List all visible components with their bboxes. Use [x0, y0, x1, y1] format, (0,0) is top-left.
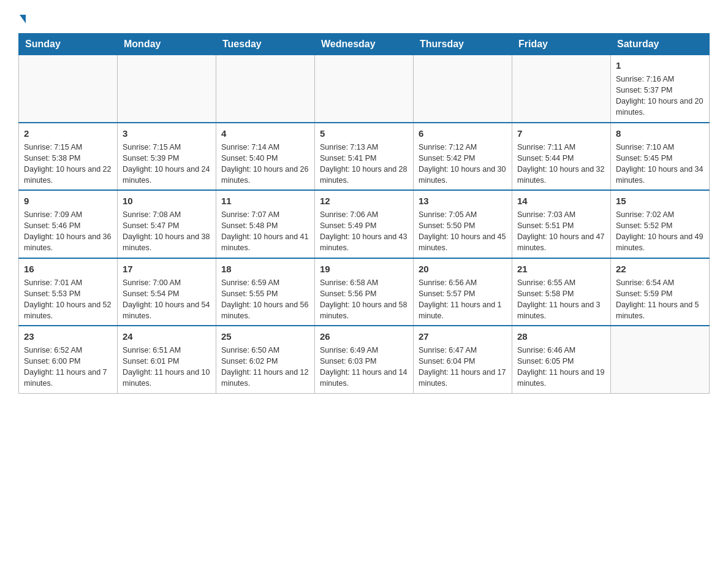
calendar-cell: 22Sunrise: 6:54 AM Sunset: 5:59 PM Dayli…: [611, 258, 710, 326]
day-number: 13: [419, 194, 507, 207]
day-info: Sunrise: 7:00 AM Sunset: 5:54 PM Dayligh…: [123, 277, 211, 322]
calendar-cell: 12Sunrise: 7:06 AM Sunset: 5:49 PM Dayli…: [315, 190, 414, 258]
day-number: 18: [221, 262, 309, 275]
calendar-cell: 28Sunrise: 6:46 AM Sunset: 6:05 PM Dayli…: [512, 326, 611, 393]
day-info: Sunrise: 7:01 AM Sunset: 5:53 PM Dayligh…: [24, 277, 112, 322]
calendar-cell: 3Sunrise: 7:15 AM Sunset: 5:39 PM Daylig…: [118, 123, 216, 191]
day-number: 17: [123, 262, 211, 275]
calendar-cell: 9Sunrise: 7:09 AM Sunset: 5:46 PM Daylig…: [19, 190, 118, 258]
weekday-header-saturday: Saturday: [611, 34, 710, 55]
calendar-week-row: 16Sunrise: 7:01 AM Sunset: 5:53 PM Dayli…: [19, 258, 710, 326]
day-number: 25: [221, 330, 309, 343]
day-number: 9: [24, 194, 112, 207]
day-info: Sunrise: 7:14 AM Sunset: 5:40 PM Dayligh…: [221, 142, 309, 186]
weekday-header-row: SundayMondayTuesdayWednesdayThursdayFrid…: [19, 34, 710, 55]
day-number: 6: [419, 127, 507, 140]
day-number: 2: [24, 127, 112, 140]
day-number: 7: [517, 127, 605, 140]
day-number: 12: [320, 194, 408, 207]
day-number: 19: [320, 262, 408, 275]
day-number: 1: [616, 59, 704, 72]
day-info: Sunrise: 7:13 AM Sunset: 5:41 PM Dayligh…: [320, 142, 408, 186]
day-number: 11: [221, 194, 309, 207]
weekday-header-thursday: Thursday: [414, 34, 512, 55]
calendar-cell: 14Sunrise: 7:03 AM Sunset: 5:51 PM Dayli…: [512, 190, 611, 258]
calendar-week-row: 9Sunrise: 7:09 AM Sunset: 5:46 PM Daylig…: [19, 190, 710, 258]
day-number: 16: [24, 262, 112, 275]
calendar-table: SundayMondayTuesdayWednesdayThursdayFrid…: [18, 33, 710, 394]
day-number: 15: [616, 194, 704, 207]
calendar-cell: 10Sunrise: 7:08 AM Sunset: 5:47 PM Dayli…: [118, 190, 216, 258]
day-number: 21: [517, 262, 605, 275]
calendar-cell: 2Sunrise: 7:15 AM Sunset: 5:38 PM Daylig…: [19, 123, 118, 191]
day-number: 24: [123, 330, 211, 343]
calendar-cell: 23Sunrise: 6:52 AM Sunset: 6:00 PM Dayli…: [19, 326, 118, 393]
day-number: 8: [616, 127, 704, 140]
calendar-cell: 21Sunrise: 6:55 AM Sunset: 5:58 PM Dayli…: [512, 258, 611, 326]
calendar-cell: 24Sunrise: 6:51 AM Sunset: 6:01 PM Dayli…: [118, 326, 216, 393]
day-info: Sunrise: 6:59 AM Sunset: 5:55 PM Dayligh…: [221, 277, 309, 322]
day-info: Sunrise: 6:58 AM Sunset: 5:56 PM Dayligh…: [320, 277, 408, 322]
calendar-cell: 18Sunrise: 6:59 AM Sunset: 5:55 PM Dayli…: [216, 258, 315, 326]
day-info: Sunrise: 7:08 AM Sunset: 5:47 PM Dayligh…: [123, 209, 211, 254]
day-info: Sunrise: 7:10 AM Sunset: 5:45 PM Dayligh…: [616, 142, 704, 186]
day-info: Sunrise: 7:09 AM Sunset: 5:46 PM Dayligh…: [24, 209, 112, 254]
day-number: 20: [419, 262, 507, 275]
day-info: Sunrise: 7:11 AM Sunset: 5:44 PM Dayligh…: [517, 142, 605, 186]
day-number: 3: [123, 127, 211, 140]
calendar-cell: 8Sunrise: 7:10 AM Sunset: 5:45 PM Daylig…: [611, 123, 710, 191]
calendar-cell: 19Sunrise: 6:58 AM Sunset: 5:56 PM Dayli…: [315, 258, 414, 326]
day-number: 10: [123, 194, 211, 207]
calendar-cell: 17Sunrise: 7:00 AM Sunset: 5:54 PM Dayli…: [118, 258, 216, 326]
day-number: 27: [419, 330, 507, 343]
calendar-cell: 16Sunrise: 7:01 AM Sunset: 5:53 PM Dayli…: [19, 258, 118, 326]
day-info: Sunrise: 6:54 AM Sunset: 5:59 PM Dayligh…: [616, 277, 704, 322]
calendar-cell: 5Sunrise: 7:13 AM Sunset: 5:41 PM Daylig…: [315, 123, 414, 191]
calendar-cell: 7Sunrise: 7:11 AM Sunset: 5:44 PM Daylig…: [512, 123, 611, 191]
calendar-cell: [216, 55, 315, 123]
logo: [18, 12, 26, 23]
day-number: 4: [221, 127, 309, 140]
day-number: 22: [616, 262, 704, 275]
calendar-cell: 20Sunrise: 6:56 AM Sunset: 5:57 PM Dayli…: [414, 258, 512, 326]
day-info: Sunrise: 6:49 AM Sunset: 6:03 PM Dayligh…: [320, 345, 408, 389]
calendar-cell: 15Sunrise: 7:02 AM Sunset: 5:52 PM Dayli…: [611, 190, 710, 258]
weekday-header-monday: Monday: [118, 34, 216, 55]
day-info: Sunrise: 6:55 AM Sunset: 5:58 PM Dayligh…: [517, 277, 605, 322]
day-info: Sunrise: 7:02 AM Sunset: 5:52 PM Dayligh…: [616, 209, 704, 254]
calendar-week-row: 1Sunrise: 7:16 AM Sunset: 5:37 PM Daylig…: [19, 55, 710, 123]
calendar-week-row: 2Sunrise: 7:15 AM Sunset: 5:38 PM Daylig…: [19, 123, 710, 191]
day-info: Sunrise: 6:46 AM Sunset: 6:05 PM Dayligh…: [517, 345, 605, 389]
calendar-cell: 13Sunrise: 7:05 AM Sunset: 5:50 PM Dayli…: [414, 190, 512, 258]
weekday-header-wednesday: Wednesday: [315, 34, 414, 55]
calendar-cell: 1Sunrise: 7:16 AM Sunset: 5:37 PM Daylig…: [611, 55, 710, 123]
calendar-cell: [315, 55, 414, 123]
day-info: Sunrise: 7:15 AM Sunset: 5:39 PM Dayligh…: [123, 142, 211, 186]
calendar-cell: [118, 55, 216, 123]
calendar-cell: [512, 55, 611, 123]
day-info: Sunrise: 7:07 AM Sunset: 5:48 PM Dayligh…: [221, 209, 309, 254]
logo-arrow-icon: [20, 15, 26, 23]
day-info: Sunrise: 6:50 AM Sunset: 6:02 PM Dayligh…: [221, 345, 309, 389]
day-info: Sunrise: 7:12 AM Sunset: 5:42 PM Dayligh…: [419, 142, 507, 186]
calendar-cell: 25Sunrise: 6:50 AM Sunset: 6:02 PM Dayli…: [216, 326, 315, 393]
weekday-header-sunday: Sunday: [19, 34, 118, 55]
day-number: 26: [320, 330, 408, 343]
day-info: Sunrise: 6:56 AM Sunset: 5:57 PM Dayligh…: [419, 277, 507, 322]
day-info: Sunrise: 7:16 AM Sunset: 5:37 PM Dayligh…: [616, 74, 704, 118]
calendar-cell: 26Sunrise: 6:49 AM Sunset: 6:03 PM Dayli…: [315, 326, 414, 393]
day-info: Sunrise: 7:06 AM Sunset: 5:49 PM Dayligh…: [320, 209, 408, 254]
calendar-cell: 4Sunrise: 7:14 AM Sunset: 5:40 PM Daylig…: [216, 123, 315, 191]
day-number: 23: [24, 330, 112, 343]
weekday-header-tuesday: Tuesday: [216, 34, 315, 55]
day-number: 28: [517, 330, 605, 343]
day-number: 14: [517, 194, 605, 207]
weekday-header-friday: Friday: [512, 34, 611, 55]
day-info: Sunrise: 7:03 AM Sunset: 5:51 PM Dayligh…: [517, 209, 605, 254]
calendar-week-row: 23Sunrise: 6:52 AM Sunset: 6:00 PM Dayli…: [19, 326, 710, 393]
calendar-cell: 6Sunrise: 7:12 AM Sunset: 5:42 PM Daylig…: [414, 123, 512, 191]
day-info: Sunrise: 7:05 AM Sunset: 5:50 PM Dayligh…: [419, 209, 507, 254]
day-info: Sunrise: 7:15 AM Sunset: 5:38 PM Dayligh…: [24, 142, 112, 186]
calendar-cell: [19, 55, 118, 123]
day-info: Sunrise: 6:47 AM Sunset: 6:04 PM Dayligh…: [419, 345, 507, 389]
